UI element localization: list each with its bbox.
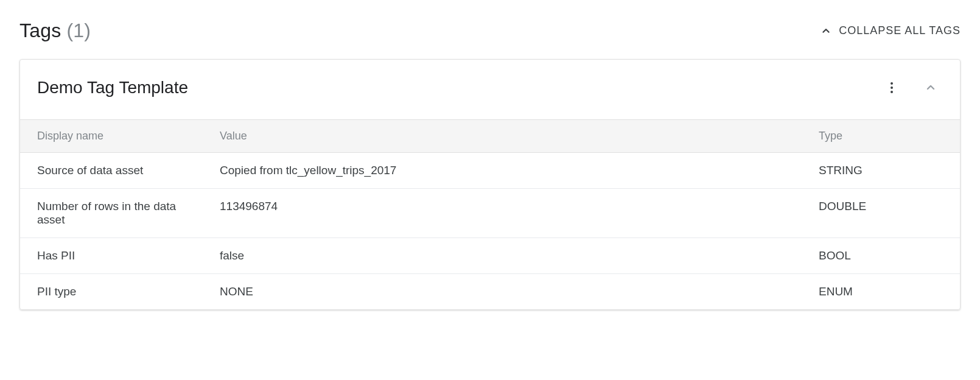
cell-value: NONE (203, 274, 802, 310)
tag-card-title: Demo Tag Template (37, 78, 865, 97)
cell-type: STRING (802, 153, 960, 189)
col-header-value: Value (203, 120, 802, 153)
chevron-up-icon (819, 24, 833, 38)
more-options-button[interactable] (880, 76, 904, 100)
cell-display-name: Number of rows in the data asset (20, 189, 203, 238)
tag-fields-table: Display name Value Type Source of data a… (20, 119, 960, 309)
section-count: (1) (67, 19, 91, 41)
table-row: Source of data asset Copied from tlc_yel… (20, 153, 960, 189)
tags-section-header: Tags (1) COLLAPSE ALL TAGS (19, 19, 961, 42)
col-header-display-name: Display name (20, 120, 203, 153)
more-vert-icon (884, 80, 899, 95)
table-header-row: Display name Value Type (20, 120, 960, 153)
cell-type: ENUM (802, 274, 960, 310)
cell-type: BOOL (802, 238, 960, 274)
svg-point-0 (891, 82, 893, 85)
tag-card-header: Demo Tag Template (20, 60, 960, 119)
chevron-up-icon (923, 80, 938, 95)
table-row: Number of rows in the data asset 1134968… (20, 189, 960, 238)
cell-value: Copied from tlc_yellow_trips_2017 (203, 153, 802, 189)
section-title-text: Tags (19, 19, 61, 41)
collapse-card-button[interactable] (919, 76, 943, 100)
table-row: PII type NONE ENUM (20, 274, 960, 310)
svg-point-1 (891, 86, 893, 89)
collapse-all-label: COLLAPSE ALL TAGS (839, 24, 961, 37)
section-title: Tags (1) (19, 19, 91, 42)
collapse-all-tags-button[interactable]: COLLAPSE ALL TAGS (819, 24, 961, 38)
cell-display-name: Source of data asset (20, 153, 203, 189)
table-row: Has PII false BOOL (20, 238, 960, 274)
cell-value: false (203, 238, 802, 274)
cell-value: 113496874 (203, 189, 802, 238)
cell-display-name: Has PII (20, 238, 203, 274)
cell-type: DOUBLE (802, 189, 960, 238)
svg-point-2 (891, 91, 893, 93)
cell-display-name: PII type (20, 274, 203, 310)
tag-card: Demo Tag Template Display name Value Typ… (19, 59, 961, 310)
col-header-type: Type (802, 120, 960, 153)
